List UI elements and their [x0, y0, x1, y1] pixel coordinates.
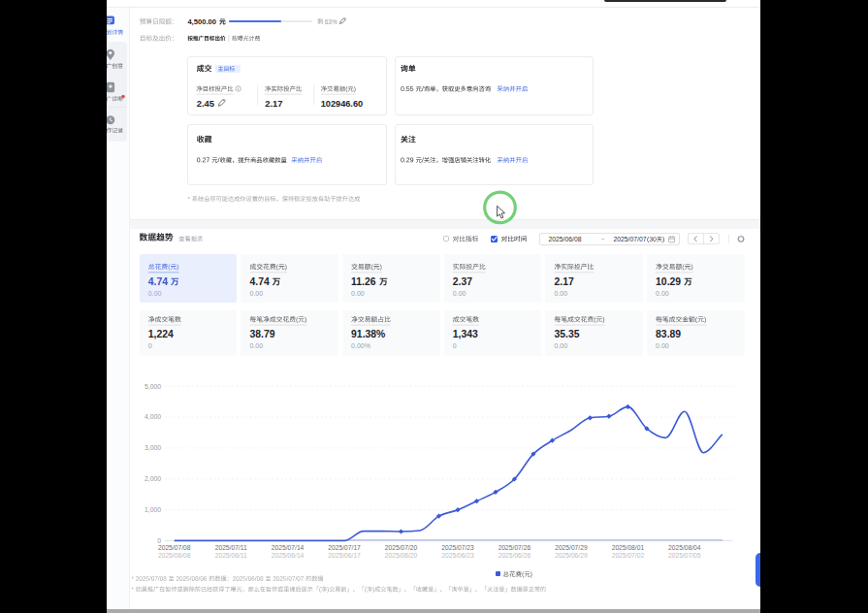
svg-text:2025/07/23: 2025/07/23 — [441, 544, 474, 551]
svg-text:0.00: 0.00 — [555, 342, 568, 349]
svg-text:2025/06/17: 2025/06/17 — [328, 552, 361, 559]
svg-text:2.17: 2.17 — [555, 276, 574, 287]
svg-text:2025/08/04: 2025/08/04 — [668, 544, 701, 551]
svg-text:2025/06/11: 2025/06/11 — [215, 552, 247, 559]
svg-text:2025/07/11: 2025/07/11 — [215, 544, 247, 551]
svg-text:91.38%: 91.38% — [351, 329, 385, 339]
svg-text:3,000: 3,000 — [145, 444, 161, 451]
svg-text:2025/06/20: 2025/06/20 — [385, 552, 418, 559]
svg-text:2025/07/05: 2025/07/05 — [668, 552, 701, 559]
svg-text:2025/06/29: 2025/06/29 — [555, 552, 588, 559]
svg-text:1,343: 1,343 — [453, 329, 478, 339]
svg-text:2.45: 2.45 — [197, 98, 214, 109]
svg-text:11.26: 11.26 — [351, 276, 376, 287]
svg-text:102946.60: 102946.60 — [321, 99, 363, 109]
svg-text:38.79: 38.79 — [250, 329, 275, 339]
svg-text:2025/06/26: 2025/06/26 — [498, 552, 531, 559]
svg-text:0.00: 0.00 — [555, 290, 568, 297]
svg-text:1,000: 1,000 — [145, 506, 161, 513]
svg-text:2025/06/23: 2025/06/23 — [441, 552, 474, 559]
svg-text:~: ~ — [601, 236, 605, 242]
svg-text:0.00: 0.00 — [656, 290, 669, 297]
svg-text:2025/06/08: 2025/06/08 — [549, 236, 582, 242]
svg-text:0.00: 0.00 — [148, 290, 162, 297]
svg-text:2025/07/07: 2025/07/07 — [614, 236, 647, 242]
svg-text:10.29: 10.29 — [656, 276, 681, 287]
svg-text:0.00: 0.00 — [250, 290, 264, 297]
svg-text:0.00: 0.00 — [351, 290, 365, 297]
svg-text:0.00: 0.00 — [453, 290, 466, 297]
svg-text:0: 0 — [157, 537, 161, 544]
svg-text:63%: 63% — [325, 18, 338, 25]
svg-text:4.74: 4.74 — [148, 276, 168, 287]
svg-text:4,000: 4,000 — [145, 413, 161, 420]
svg-text:2025/07/29: 2025/07/29 — [555, 544, 588, 551]
svg-text:2025/07/26: 2025/07/26 — [498, 544, 531, 551]
svg-text:2,000: 2,000 — [145, 475, 161, 482]
svg-text:0: 0 — [148, 342, 152, 349]
svg-text:2025/08/01: 2025/08/01 — [612, 544, 645, 551]
svg-text:2025/07/17: 2025/07/17 — [328, 544, 361, 551]
svg-text:0.00: 0.00 — [656, 342, 669, 349]
svg-text:5,000: 5,000 — [145, 383, 161, 390]
svg-text:4,500.00: 4,500.00 — [187, 17, 216, 26]
svg-text:4.74: 4.74 — [250, 276, 270, 287]
svg-text:2025/07/08: 2025/07/08 — [158, 544, 191, 551]
svg-text:0: 0 — [453, 342, 457, 349]
svg-text:2025/07/02: 2025/07/02 — [612, 552, 645, 559]
svg-text:35.35: 35.35 — [555, 329, 580, 339]
svg-text:1,224: 1,224 — [148, 329, 174, 339]
svg-text:2025/07/20: 2025/07/20 — [385, 544, 418, 551]
svg-text:2025/06/08: 2025/06/08 — [158, 552, 191, 559]
svg-text:0.00%: 0.00% — [351, 342, 370, 349]
svg-text:2025/07/14: 2025/07/14 — [272, 544, 305, 551]
svg-text:0.00: 0.00 — [250, 342, 264, 349]
svg-text:83.89: 83.89 — [656, 329, 681, 339]
svg-text:2025/06/14: 2025/06/14 — [272, 552, 305, 559]
svg-text:2.17: 2.17 — [265, 98, 282, 109]
svg-text:2.37: 2.37 — [453, 276, 472, 287]
